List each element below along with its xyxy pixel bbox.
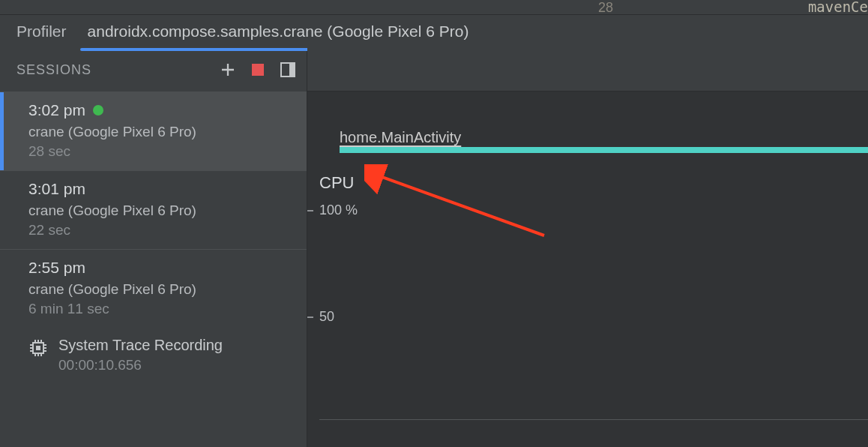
annotation-arrow-icon [364,164,559,247]
cpu-axis-50: 50 [307,309,334,325]
session-device: crane (Google Pixel 6 Pro) [28,281,293,298]
session-time-text: 3:01 pm [28,180,85,198]
axis-tick-icon [307,210,313,212]
profiler-main: SESSIONS 3:02 pm crane (Google Pixel 6 P… [0,48,868,447]
sessions-header: SESSIONS [0,48,307,92]
axis-label-text: 50 [319,309,334,325]
editor-text-fragment: mavenCe [808,0,868,15]
session-time: 2:55 pm [28,259,293,277]
session-time: 3:02 pm [28,101,293,119]
session-time-text: 3:02 pm [28,101,85,119]
profiler-tabbar: Profiler androidx.compose.samples.crane … [0,15,868,48]
add-session-button[interactable] [220,62,236,78]
activity-lifecycle-bar[interactable] [340,147,868,153]
svg-line-5 [378,176,544,236]
svg-rect-4 [36,346,40,350]
tab-session-active[interactable]: androidx.compose.samples.crane (Google P… [77,18,480,45]
axis-label-text: 100 % [319,202,358,218]
session-duration: 22 sec [28,222,293,238]
section-divider [319,419,868,420]
recording-item[interactable]: System Trace Recording 00:00:10.656 [0,328,307,384]
session-device: crane (Google Pixel 6 Pro) [28,202,293,219]
profiler-content[interactable]: home.MainActivity CPU 100 % 50 [307,48,868,447]
cpu-axis-100: 100 % [307,202,358,218]
recording-duration: 00:00:10.656 [58,357,223,374]
plus-icon [220,62,235,77]
session-item[interactable]: 2:55 pm crane (Google Pixel 6 Pro) 6 min… [0,249,307,328]
svg-rect-2 [289,64,294,76]
recording-text: System Trace Recording 00:00:10.656 [58,337,223,374]
stop-session-button[interactable] [250,62,266,78]
svg-rect-0 [252,64,264,76]
session-duration: 6 min 11 sec [28,301,293,317]
sessions-sidebar: SESSIONS 3:02 pm crane (Google Pixel 6 P… [0,48,307,447]
tab-profiler[interactable]: Profiler [6,18,77,45]
editor-linenum: 28 [598,0,613,16]
sessions-header-label: SESSIONS [16,62,91,78]
session-device: crane (Google Pixel 6 Pro) [28,124,293,140]
sessions-actions [220,62,296,78]
toggle-panel-button[interactable] [280,62,296,78]
session-time-text: 2:55 pm [28,259,85,277]
axis-tick-icon [307,316,313,318]
cpu-chip-icon [28,338,48,362]
session-item[interactable]: 3:01 pm crane (Google Pixel 6 Pro) 22 se… [0,170,307,249]
session-duration: 28 sec [28,143,293,160]
timeline-header [307,48,868,92]
cpu-section-label: CPU [319,173,354,193]
live-indicator-icon [93,105,103,116]
editor-strip-above: 28 mavenCe [0,0,868,15]
stop-icon [251,63,265,76]
recording-title: System Trace Recording [58,337,223,354]
activity-label[interactable]: home.MainActivity [340,129,461,146]
session-item[interactable]: 3:02 pm crane (Google Pixel 6 Pro) 28 se… [0,92,307,170]
panel-right-icon [280,62,295,77]
session-time: 3:01 pm [28,180,293,198]
